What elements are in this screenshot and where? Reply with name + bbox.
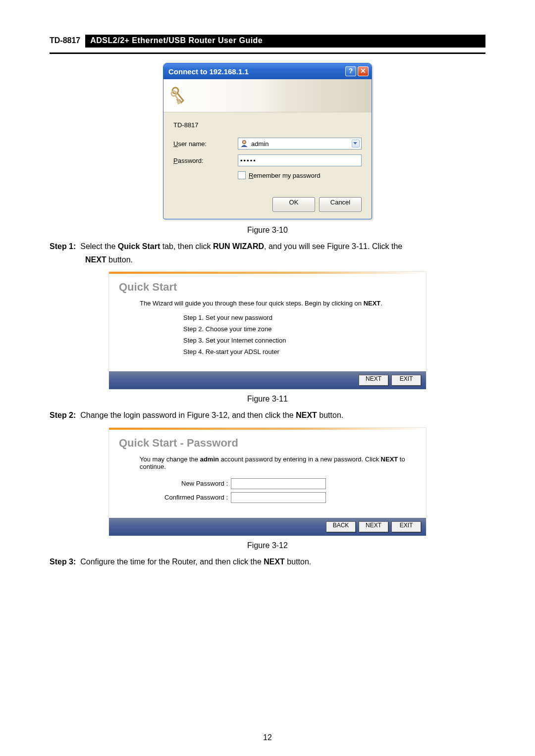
dialog-titlebar: Connect to 192.168.1.1 ? ✕ — [163, 63, 372, 79]
new-password-input[interactable] — [231, 478, 326, 489]
quick-start-wizard: Quick Start The Wizard will guide you th… — [108, 271, 427, 390]
figure-caption-10: Figure 3-10 — [50, 226, 485, 235]
wizard1-step4: Step 4. Re-start your ADSL router — [183, 348, 416, 355]
remember-label: RRemember my passwordemember my password — [249, 172, 321, 179]
confirm-password-input[interactable] — [231, 492, 326, 503]
step-2: Step 2: Change the login password in Fig… — [50, 408, 485, 422]
wizard1-step2: Step 2. Choose your time zone — [183, 325, 416, 333]
new-password-label: New Password : — [144, 480, 231, 487]
step-3: Step 3: Configure the time for the Route… — [50, 555, 485, 568]
wizard2-exit-button[interactable]: EXIT — [391, 521, 421, 532]
ok-button[interactable]: OK — [272, 197, 315, 212]
svg-point-2 — [243, 141, 246, 144]
username-value: admin — [251, 140, 268, 148]
dialog-title: Connect to 192.168.1.1 — [168, 67, 344, 76]
chevron-down-icon — [353, 142, 357, 145]
header-title: ADSL2/2+ Ethernet/USB Router User Guide — [85, 35, 485, 48]
header-rule — [50, 52, 485, 54]
figure-caption-11: Figure 3-11 — [50, 395, 485, 403]
user-icon — [240, 140, 248, 148]
dialog-banner — [163, 79, 372, 112]
page-number: 12 — [0, 733, 535, 742]
close-button[interactable]: ✕ — [358, 66, 369, 76]
wizard2-back-button[interactable]: BACK — [326, 521, 356, 532]
username-label: User name: — [173, 140, 238, 148]
password-input[interactable]: ••••• — [238, 154, 362, 166]
password-value: ••••• — [240, 157, 257, 164]
wizard2-next-button[interactable]: NEXT — [359, 521, 388, 532]
wizard1-next-button[interactable]: NEXT — [359, 375, 388, 386]
wizard2-lead: You may change the admin account passwor… — [140, 455, 416, 470]
wizard1-exit-button[interactable]: EXIT — [391, 375, 421, 386]
wizard1-step1: Step 1. Set your new password — [183, 314, 416, 321]
quick-start-password-wizard: Quick Start - Password You may change th… — [108, 427, 427, 536]
wizard2-title: Quick Start - Password — [119, 437, 416, 450]
dialog-model: TD-8817 — [173, 121, 362, 129]
cancel-button[interactable]: Cancel — [319, 197, 362, 212]
keys-icon — [168, 86, 188, 105]
auth-dialog: Connect to 192.168.1.1 ? ✕ TD-8817 U — [163, 63, 372, 219]
wizard1-title: Quick Start — [119, 281, 416, 294]
username-input[interactable]: admin — [238, 138, 362, 150]
wizard1-step3: Step 3. Set your Internet connection — [183, 337, 416, 344]
confirm-password-label: Confirmed Password : — [144, 494, 231, 501]
header-model: TD-8817 — [50, 35, 85, 48]
wizard1-lead: The Wizard will guide you through these … — [140, 300, 416, 307]
doc-header: TD-8817 ADSL2/2+ Ethernet/USB Router Use… — [50, 35, 485, 48]
figure-caption-12: Figure 3-12 — [50, 541, 485, 550]
help-button[interactable]: ? — [345, 66, 356, 76]
step-1: Step 1: Select the Quick Start tab, then… — [50, 240, 485, 266]
password-label: Password: — [173, 157, 238, 164]
remember-checkbox[interactable] — [238, 171, 246, 179]
wizard1-steps: Step 1. Set your new password Step 2. Ch… — [183, 314, 416, 355]
